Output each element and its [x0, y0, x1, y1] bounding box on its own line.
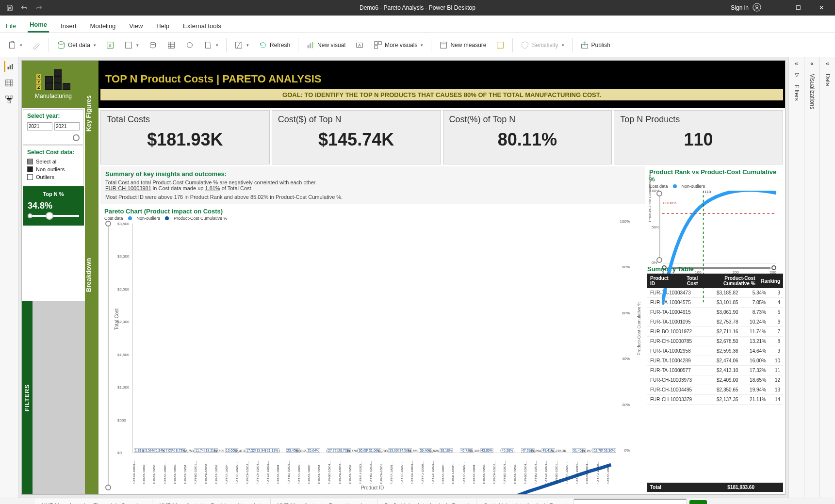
table-row[interactable]: FUR-TA-10004915$3,061.908.73%5: [647, 308, 783, 317]
goal-band: GOAL: TO IDENTIFY THE TOP N PRODUCTS THA…: [100, 89, 783, 100]
getdata-button[interactable]: Get data▾: [53, 39, 100, 51]
table-row[interactable]: FUR-BO-10001972$2,711.1611.74%7: [647, 327, 783, 337]
table-row[interactable]: FUR-TA-10001095$2,753.7810.24%6: [647, 317, 783, 327]
outliers-option[interactable]: Outliers: [27, 174, 80, 180]
pareto-chart[interactable]: Pareto Chart (Product impact on Costs) C…: [100, 206, 645, 492]
save-icon[interactable]: [4, 2, 16, 14]
page-tab[interactable]: Cost: Univariate Analysis Report: [476, 499, 574, 504]
page-tab[interactable]: Top N Product Costs : Pareto Analysis: [574, 499, 687, 504]
menu-home[interactable]: Home: [28, 18, 49, 33]
filters-label: FILTERS: [22, 301, 33, 494]
window-title: Demo6 - Pareto Analysis - Power BI Deskt…: [360, 4, 475, 11]
undo-icon[interactable]: [18, 2, 30, 14]
svg-point-1: [755, 5, 758, 7]
menu-help[interactable]: Help: [154, 19, 171, 33]
right-panels: «▽Filters «Visualizations «Data: [788, 57, 835, 498]
year-to-input[interactable]: [54, 122, 80, 130]
sql-button[interactable]: [145, 39, 161, 51]
page-tab[interactable]: XYZ Manufacturing Dashboard template: [152, 499, 270, 504]
table-row[interactable]: FUR-TA-10002958$2,599.3614.64%9: [647, 346, 783, 356]
yslider-bottom[interactable]: [105, 485, 111, 490]
transform-button[interactable]: ▾: [230, 39, 253, 51]
paste-button[interactable]: ▾: [4, 39, 26, 51]
kpi-card[interactable]: Top N Products110: [614, 110, 783, 164]
dataverse-button[interactable]: [181, 39, 198, 51]
section-labels: Key Figures Breakdown: [85, 61, 98, 494]
data-panel[interactable]: «Data: [819, 57, 835, 498]
add-page-button[interactable]: +: [689, 500, 707, 504]
refresh-button[interactable]: Refresh: [255, 39, 294, 51]
maximize-icon[interactable]: ☐: [788, 0, 808, 16]
enterdata-button[interactable]: [163, 39, 180, 51]
svg-rect-14: [312, 42, 313, 48]
filters-panel[interactable]: «▽Filters: [788, 57, 804, 498]
svg-rect-21: [442, 43, 446, 44]
svg-rect-26: [12, 64, 13, 69]
svg-rect-9: [168, 42, 175, 48]
svg-rect-18: [378, 41, 381, 44]
collapse-icon[interactable]: «: [795, 60, 798, 67]
svg-rect-13: [310, 43, 311, 48]
data-view-icon[interactable]: [4, 78, 15, 88]
kpi-row: Total Costs$181.93KCost($) of Top N$145.…: [98, 108, 785, 166]
close-icon[interactable]: ✕: [812, 0, 831, 16]
table-row[interactable]: FUR-CH-10004495$2,350.6519.94%13: [647, 385, 783, 395]
report-view-icon[interactable]: [4, 61, 15, 72]
visualizations-panel[interactable]: «Visualizations: [804, 57, 819, 498]
minimize-icon[interactable]: —: [765, 0, 785, 16]
user-icon[interactable]: [753, 3, 761, 13]
workspace: X Y Z Manufacturing: [0, 57, 835, 498]
canvas-wrap: X Y Z Manufacturing: [18, 57, 788, 498]
textbox-button[interactable]: A: [351, 39, 368, 51]
kpi-card[interactable]: Cost($) of Top N$145.74K: [272, 110, 441, 164]
page-tab[interactable]: Profit: Univariate Analysis Report: [377, 499, 476, 504]
year-slider-thumb[interactable]: [73, 134, 80, 141]
table-row[interactable]: FUR-CH-10003973$2,409.0018.65%12: [647, 375, 783, 385]
report-canvas[interactable]: X Y Z Manufacturing: [21, 60, 786, 495]
non-outliers-option[interactable]: Non-outliers: [27, 166, 80, 172]
datahub-button[interactable]: ▾: [120, 39, 143, 51]
svg-rect-29: [10, 96, 12, 98]
svg-rect-19: [375, 45, 377, 48]
yslider-top[interactable]: [105, 221, 111, 227]
recent-button[interactable]: ▾: [200, 39, 222, 51]
logo: X Y Z Manufacturing: [22, 61, 85, 108]
table-row[interactable]: FUR-TA-10004289$2,474.0616.00%10: [647, 356, 783, 366]
kpi-card[interactable]: Cost(%) of Top N80.11%: [443, 110, 612, 164]
menu-insert[interactable]: Insert: [59, 19, 79, 33]
select-all-option[interactable]: Select all: [27, 159, 80, 164]
page-tab[interactable]: XYZ Manufacturing Report template: [271, 499, 377, 504]
topn-slider[interactable]: Top N % 34.8%: [23, 186, 84, 226]
titlebar: Demo6 - Pareto Analysis - Power BI Deskt…: [0, 0, 835, 16]
quickmeasure-button[interactable]: [492, 39, 508, 51]
publish-button[interactable]: Publish: [576, 39, 614, 51]
signin-link[interactable]: Sign in: [731, 4, 749, 11]
format-painter-button[interactable]: [28, 39, 45, 51]
costdata-filter[interactable]: Select Cost data: Select all Non-outlier…: [23, 146, 84, 185]
svg-text:A: A: [358, 43, 361, 47]
year-filter[interactable]: Select year:: [23, 109, 84, 145]
excel-source-button[interactable]: X: [102, 39, 118, 51]
menu-view[interactable]: View: [127, 19, 145, 33]
year-from-input[interactable]: [27, 122, 52, 130]
table-row[interactable]: FUR-TA-10000577$2,413.1017.32%11: [647, 366, 783, 375]
sensitivity-button[interactable]: Sensitivity▾: [517, 39, 568, 51]
page-tab[interactable]: XYZ Manufacturing Financials Overview: [35, 499, 152, 504]
newmeasure-button[interactable]: New measure: [435, 39, 490, 51]
menu-modeling[interactable]: Modeling: [88, 19, 118, 33]
menu-file[interactable]: File: [4, 19, 18, 33]
menu-external-tools[interactable]: External tools: [181, 19, 223, 33]
rank-chart[interactable]: Product Rank vs Product-Cost Cumulative …: [647, 166, 783, 263]
collapse-icon[interactable]: «: [826, 60, 829, 67]
svg-rect-27: [5, 80, 12, 86]
morevisuals-button[interactable]: More visuals▾: [370, 39, 427, 51]
table-row[interactable]: FUR-CH-10003379$2,137.3521.11%14: [647, 395, 783, 405]
collapse-icon[interactable]: «: [810, 60, 814, 67]
redo-icon[interactable]: [33, 2, 45, 14]
table-row[interactable]: FUR-CH-10000785$2,678.5013.21%8: [647, 337, 783, 346]
model-view-icon[interactable]: [4, 94, 15, 105]
svg-rect-25: [9, 65, 11, 69]
kpi-card[interactable]: Total Costs$181.93K: [100, 110, 270, 164]
newvisual-button[interactable]: New visual: [302, 39, 349, 51]
report-title: TOP N Product Costs | PARETO ANALYSIS: [98, 69, 785, 89]
